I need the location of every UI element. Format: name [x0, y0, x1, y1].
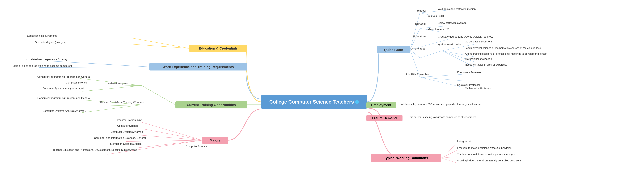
svg-line-10: [96, 105, 142, 106]
svg-line-7: [82, 86, 142, 91]
employment-branch[interactable]: Employment: [366, 102, 396, 108]
svg-line-28: [442, 51, 475, 51]
employment-text: In Minnesota, there are 390 workers empl…: [399, 102, 484, 106]
computer-science-2: Computer Science: [186, 145, 207, 148]
center-label: College Computer Science Teachers: [269, 99, 354, 105]
related-short-term-label: Related Short-Term Training (Courses): [99, 101, 146, 104]
majors-label: Majors: [210, 138, 220, 142]
short-term-3: Computer Systems Analysis/Analyst...: [41, 109, 87, 113]
job-title-2: Mathematics Professor: [454, 86, 502, 90]
training-label: Current Training Opportunities: [187, 103, 236, 107]
edu-leaf-requirements: Educational Requirements: [26, 34, 58, 38]
svg-line-15: [126, 140, 202, 142]
svg-line-40: [441, 157, 457, 158]
wages-value-1: Well above the statewide median: [437, 7, 477, 11]
svg-line-14: [139, 135, 202, 140]
task-4: Research topics in area of expertise.: [464, 63, 508, 67]
svg-line-39: [441, 150, 457, 158]
work-exp-label: Work Experience and Training Requirement…: [162, 65, 234, 69]
work-experience-branch[interactable]: Work Experience and Training Requirement…: [149, 63, 247, 70]
quick-facts-branch[interactable]: Quick Facts: [377, 46, 410, 53]
job-title-examples-label: Job Title Examples:: [404, 73, 430, 76]
short-term-1: Computer Programming/Programmer, General: [36, 96, 92, 100]
work-leaf-2: Little or no on-the-job training to beco…: [12, 64, 74, 68]
wc-4: Working indoors in environmentally contr…: [456, 159, 524, 163]
task-3: Attend training sessions or professional…: [464, 52, 548, 56]
svg-line-11: [82, 105, 142, 113]
short-term-2: Computer Science: [171, 145, 222, 149]
task-1: Guide class discussions.: [464, 40, 494, 44]
task-2: Teach physical science or mathematics co…: [464, 46, 544, 50]
svg-line-18: [410, 13, 420, 50]
center-node: College Computer Science Teachers: [261, 95, 367, 109]
future-demand-label: Future Demand: [372, 116, 397, 120]
job-title-1: Economics Professor: [456, 70, 483, 74]
training-prog-1: Computer Programming/Programmer, General: [36, 75, 92, 79]
svg-line-0: [132, 38, 189, 48]
job-title-3: Sociology Professor: [456, 83, 482, 87]
related-programs-label: Related Programs: [107, 82, 130, 85]
edu-leaf-graduate: Graduate degree (any type): [34, 40, 68, 44]
wages-label: Wages:: [416, 9, 427, 12]
training-prog-3: Computer Systems Analysis/Analyst: [41, 86, 85, 90]
svg-line-21: [410, 28, 420, 50]
svg-line-12: [142, 122, 202, 140]
svg-line-26: [420, 51, 442, 58]
svg-line-41: [441, 158, 457, 163]
education-qf-value: Graduate degree (any type) is typically …: [437, 35, 494, 39]
major-6: Teacher Education and Professional Devel…: [52, 148, 138, 152]
working-conditions-label: Typical Working Conditions: [384, 156, 428, 160]
svg-line-34: [420, 77, 462, 81]
major-2: Computer Science: [116, 124, 140, 128]
computer-science-label: Computer Science: [66, 81, 87, 84]
wc-3: The freedom to determine tasks, prioriti…: [456, 152, 519, 156]
major-5: Information Science/Studies: [108, 142, 143, 146]
education-label: Education & Credentials: [199, 46, 238, 50]
outlook-value-2: Growth rate: 4.2%: [427, 27, 450, 31]
future-demand-text: This career is seeing low growth compare…: [407, 115, 478, 119]
working-conditions-branch[interactable]: Typical Working Conditions: [371, 154, 441, 162]
work-leaf-1: No related work experience for entry.: [24, 57, 69, 61]
current-training-branch[interactable]: Current Training Opportunities: [176, 101, 247, 108]
outlook-value-1: Below statewide average: [437, 21, 468, 25]
globe-icon: [355, 100, 359, 104]
employment-label: Employment: [371, 103, 391, 107]
svg-line-38: [441, 143, 457, 158]
major-4: Computer and Information Sciences, Gener…: [93, 136, 147, 140]
outlook-label: Outlook:: [414, 22, 427, 26]
quick-facts-label: Quick Facts: [384, 48, 403, 52]
mindmap-container: College Computer Science Teachers Educat…: [0, 0, 644, 190]
svg-line-25: [410, 50, 420, 58]
typical-work-tasks-label: Typical Work Tasks: [437, 43, 462, 46]
svg-line-1: [132, 44, 189, 48]
major-3: Computer Systems Analysis: [110, 130, 144, 134]
training-prog-2: Computer Science: [64, 81, 88, 85]
wc-1: Using e-mail.: [456, 139, 474, 143]
on-job-label: On the Job:: [410, 47, 426, 50]
svg-line-4: [142, 86, 176, 105]
svg-line-13: [142, 129, 202, 140]
major-1: Computer Programming: [113, 118, 143, 122]
education-qf-label: Education:: [412, 35, 428, 38]
education-credentials-branch[interactable]: Education & Credentials: [189, 45, 248, 52]
future-demand-branch[interactable]: Future Demand: [366, 115, 402, 121]
wc-2: Freedom to make decisions without superv…: [456, 146, 514, 150]
task-3b: professional knowledge.: [464, 57, 494, 61]
wages-value-2: $89,983 / year: [426, 14, 446, 18]
majors-branch[interactable]: Majors: [202, 137, 228, 144]
